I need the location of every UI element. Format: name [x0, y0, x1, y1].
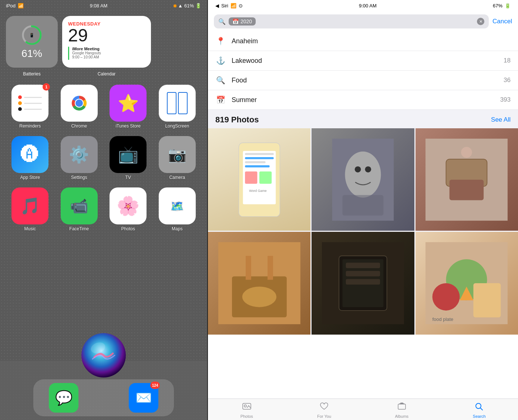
appstore-symbol: 🅐	[21, 144, 39, 165]
svg-point-20	[365, 166, 371, 173]
appstore-icon: 🅐	[11, 136, 48, 173]
app-camera[interactable]: 📷 Camera	[155, 136, 200, 180]
facetime-label: FaceTime	[69, 226, 89, 231]
summer-icon: 📅	[215, 95, 226, 104]
music-icon: 🎵	[11, 187, 48, 224]
svg-rect-11	[245, 157, 274, 159]
longscreen-label: LongScreen	[165, 123, 189, 129]
svg-point-43	[244, 405, 246, 407]
app-longscreen[interactable]: LongScreen	[155, 85, 200, 129]
app-tv[interactable]: 📺 TV	[105, 136, 151, 180]
summer-name: Summer	[232, 96, 494, 104]
app-maps[interactable]: 🗺️ Maps	[155, 187, 200, 231]
svg-text:📱: 📱	[29, 33, 34, 38]
battery-pct-left: 61%	[184, 3, 194, 9]
siri-status: ◀ Siri 📶 ⊙	[215, 3, 243, 9]
maps-label: Maps	[172, 226, 182, 231]
mail-icon: ✉️ 124	[129, 383, 158, 413]
photo-cell-6[interactable]: food plate	[416, 232, 518, 334]
search-bar: 🔍 📅 2020 ✕ Cancel	[208, 11, 518, 31]
photos-symbol: 🌸	[117, 195, 139, 217]
svg-rect-42	[243, 403, 251, 409]
cancel-button[interactable]: Cancel	[492, 18, 512, 25]
clear-search-button[interactable]: ✕	[477, 18, 484, 25]
itunes-label: iTunes Store	[115, 123, 141, 129]
see-all-button[interactable]: See All	[491, 116, 511, 123]
reminders-badge: 1	[43, 83, 50, 91]
photo-cell-3[interactable]	[416, 128, 518, 231]
facetime-symbol: 📹	[70, 197, 88, 215]
battery-widget: 📱 61%	[6, 16, 58, 68]
photos-tab-icon	[242, 402, 252, 413]
calendar-widget: WEDNESDAY 29 iMore Meeting Google Hangou…	[62, 16, 151, 68]
itunes-icon: ⭐	[110, 85, 147, 122]
battery-widget-label: Batteries	[6, 71, 58, 77]
food-icon: 🔍	[215, 76, 226, 85]
result-anaheim[interactable]: 📍 Anaheim	[208, 31, 518, 51]
back-arrow-icon: ◀	[215, 3, 219, 9]
svg-line-48	[481, 408, 483, 410]
cal-event: iMore Meeting Google Hangouts 9:00 – 10:…	[68, 47, 145, 60]
siri-ball[interactable]	[80, 331, 128, 379]
search-pill: 📅 2020	[229, 17, 256, 26]
mail-symbol: ✉️	[135, 390, 152, 406]
tab-albums[interactable]: Albums	[363, 402, 441, 419]
search-field[interactable]: 🔍 📅 2020 ✕	[214, 14, 489, 28]
app-chrome[interactable]: Chrome	[57, 85, 102, 129]
search-query: 2020	[240, 18, 252, 24]
app-photos[interactable]: 🌸 Photos	[105, 187, 151, 231]
reminders-label: Reminders	[19, 123, 41, 129]
siri-spacer	[89, 383, 118, 413]
photo-cell-5[interactable]	[312, 232, 414, 334]
orange-dot	[174, 4, 176, 7]
battery-percent-display: 61%	[21, 48, 42, 60]
status-left: iPod 📶	[6, 3, 24, 9]
svg-rect-34	[346, 263, 380, 268]
app-reminders[interactable]: 1 Reminders	[7, 85, 53, 129]
dock-messages[interactable]: 💬	[49, 383, 78, 413]
search-tab-label: Search	[473, 414, 486, 419]
app-appstore[interactable]: 🅐 App Store	[7, 136, 53, 180]
cal-event-title: iMore Meeting	[72, 47, 101, 51]
reminders-icon: 1	[11, 85, 48, 122]
svg-point-5	[75, 99, 83, 107]
maps-icon: 🗺️	[159, 187, 196, 224]
app-music[interactable]: 🎵 Music	[7, 187, 53, 231]
location-icon: ▲	[178, 3, 183, 9]
svg-point-19	[355, 166, 361, 173]
svg-point-30	[242, 287, 276, 307]
longscreen-icon	[159, 85, 196, 122]
photos-count: 819 Photos	[215, 115, 259, 125]
photos-icon: 🌸	[110, 187, 147, 224]
dock-mail[interactable]: ✉️ 124	[129, 383, 158, 413]
app-settings[interactable]: ⚙️ Settings	[57, 136, 102, 180]
calendar-widget-label: Calendar	[62, 71, 151, 77]
time-right: 9:00 AM	[359, 3, 377, 9]
camera-label: Camera	[169, 175, 185, 180]
app-facetime[interactable]: 📹 FaceTime	[57, 187, 102, 231]
tab-search[interactable]: Search	[441, 402, 518, 419]
for-you-tab-label: For You	[317, 414, 331, 419]
result-summer[interactable]: 📅 Summer 393	[208, 90, 518, 110]
tab-for-you[interactable]: For You	[286, 402, 363, 419]
photo-cell-4[interactable]	[208, 232, 310, 334]
svg-rect-24	[450, 180, 484, 200]
app-itunes[interactable]: ⭐ iTunes Store	[105, 85, 151, 129]
widget-labels: Batteries Calendar	[0, 71, 207, 77]
camera-symbol: 📷	[168, 146, 186, 163]
tv-label: TV	[125, 175, 131, 180]
photo-cell-1[interactable]: Word Game	[208, 128, 310, 231]
svg-rect-44	[398, 404, 406, 409]
messages-icon: 💬	[49, 383, 78, 413]
app-grid: 1 Reminders	[0, 77, 207, 239]
tab-photos[interactable]: Photos	[208, 402, 286, 419]
music-label: Music	[24, 226, 36, 231]
photo-grid: Word Game	[208, 128, 518, 335]
photo-cell-2[interactable]	[312, 128, 414, 231]
result-lakewood[interactable]: ⚓ Lakewood 18	[208, 51, 518, 71]
result-food[interactable]: 🔍 Food 36	[208, 71, 518, 90]
svg-rect-40	[474, 283, 501, 317]
svg-rect-46	[400, 403, 403, 403]
lakewood-count: 18	[504, 57, 511, 64]
music-symbol: 🎵	[20, 196, 40, 216]
